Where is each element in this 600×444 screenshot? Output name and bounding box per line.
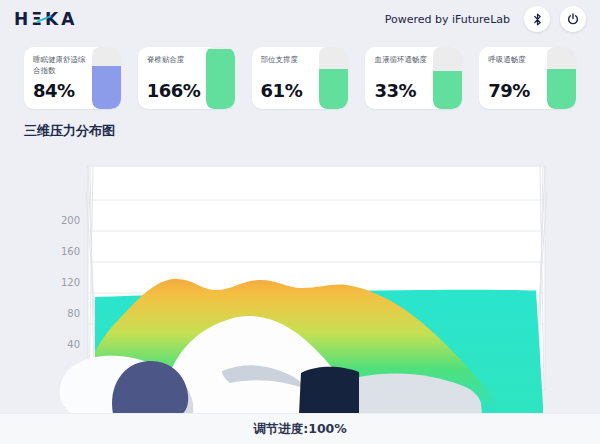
- y-axis-tick: 120: [61, 277, 80, 288]
- metric-value: 33%: [374, 82, 427, 102]
- metric-label: 脊椎贴合度: [147, 55, 201, 66]
- metric-value: 84%: [33, 82, 90, 102]
- app-header: HΞKA Powered by iFutureLab: [0, 0, 600, 38]
- metric-card-breathing: 呼吸通畅度 79%: [479, 47, 576, 109]
- header-actions: Powered by iFutureLab: [385, 6, 586, 32]
- metric-value: 79%: [488, 82, 530, 102]
- adjustment-progress-label: 调节进度:100%: [253, 421, 347, 438]
- metric-bar: [433, 47, 462, 109]
- metric-bar: [319, 47, 348, 109]
- metric-card-body-support: 部位支撑度 61%: [252, 47, 349, 109]
- metric-bar-fill: [433, 71, 462, 109]
- powered-by-label: Powered by iFutureLab: [385, 13, 510, 26]
- power-icon: [567, 13, 579, 25]
- metric-bar-fill: [319, 69, 348, 109]
- heka-logo: HΞKA: [14, 11, 77, 28]
- metric-cards-row: 睡眠健康舒适综合指数 84% 脊椎贴合度 166% 部位支撑度 61% 血液循环…: [24, 47, 576, 109]
- metric-value: 166%: [147, 82, 201, 102]
- y-axis-tick: 80: [67, 308, 80, 319]
- metric-label: 睡眠健康舒适综合指数: [33, 55, 90, 76]
- metric-card-blood-circulation: 血液循环通畅度 33%: [365, 47, 462, 109]
- y-axis-tick: 40: [67, 339, 80, 350]
- metric-bar-fill: [547, 69, 576, 109]
- section-title: 三维压力分布图: [24, 122, 115, 140]
- metric-bar: [206, 47, 235, 109]
- metric-label: 血液循环通畅度: [374, 55, 427, 66]
- metric-card-spine-fit: 脊椎贴合度 166%: [138, 47, 235, 109]
- metric-bar: [547, 47, 576, 109]
- y-axis: 200 160 120 80 40: [61, 215, 80, 350]
- metric-label: 部位支撑度: [261, 55, 303, 66]
- metric-bar-fill: [92, 66, 121, 109]
- power-button[interactable]: [560, 6, 586, 32]
- metric-bar-fill: [206, 49, 235, 109]
- shorts-shape: [299, 367, 361, 414]
- bluetooth-button[interactable]: [524, 6, 550, 32]
- metric-bar: [92, 47, 121, 109]
- metric-card-comfort-index: 睡眠健康舒适综合指数 84%: [24, 47, 121, 109]
- metric-value: 61%: [261, 82, 303, 102]
- y-axis-tick: 160: [61, 246, 80, 257]
- bluetooth-icon: [532, 13, 543, 26]
- metric-label: 呼吸通畅度: [488, 55, 530, 66]
- y-axis-tick: 200: [61, 215, 80, 226]
- pressure-distribution-chart: 200 160 120 80 40: [0, 156, 600, 414]
- heka-logo-text: HΞKA: [14, 9, 77, 29]
- footer-bar: 调节进度:100%: [0, 413, 600, 444]
